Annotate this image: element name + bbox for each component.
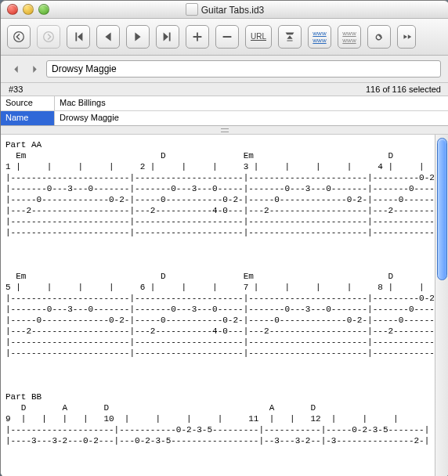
- toolbar: URL wwwwww wwwwww: [1, 19, 448, 56]
- titlebar: Guitar Tabs.id3: [1, 1, 448, 19]
- splitter-handle[interactable]: [1, 126, 448, 135]
- tab-text: Part AA Em D Em D 1 | | | | 2 | | | 3 | …: [1, 135, 435, 448]
- window-title: Guitar Tabs.id3: [1, 3, 448, 16]
- meta-value-source[interactable]: Mac Billings: [55, 96, 448, 110]
- meta-row-name: Name Drowsy Maggie: [1, 110, 448, 125]
- status-bar: #33 116 of 116 selected: [1, 82, 448, 96]
- prev-record-button[interactable]: [96, 25, 120, 49]
- svg-point-0: [14, 32, 24, 42]
- first-record-button[interactable]: [67, 25, 90, 49]
- meta-label-name[interactable]: Name: [1, 111, 55, 125]
- content-area: Part AA Em D Em D 1 | | | | 2 | | | 3 | …: [1, 135, 448, 476]
- last-record-button[interactable]: [156, 25, 179, 49]
- meta-panel: Source Mac Billings Name Drowsy Maggie: [1, 96, 448, 126]
- download-button[interactable]: [278, 25, 302, 49]
- document-icon: [186, 3, 198, 16]
- search-prev-button[interactable]: [9, 62, 23, 76]
- selection-count: 116 of 116 selected: [366, 85, 441, 94]
- svg-point-1: [44, 32, 54, 42]
- search-input[interactable]: [46, 60, 441, 78]
- www-link-button[interactable]: wwwwww: [308, 25, 331, 49]
- link-button[interactable]: [367, 25, 391, 49]
- toolbar-overflow-button[interactable]: [397, 25, 416, 49]
- url-label: URL: [251, 33, 266, 41]
- next-record-button[interactable]: [126, 25, 150, 49]
- remove-button[interactable]: [215, 25, 239, 49]
- window: Guitar Tabs.id3 URL wwwwww wwwwww #33 11…: [0, 0, 448, 476]
- tab-viewer[interactable]: Part AA Em D Em D 1 | | | | 2 | | | 3 | …: [1, 135, 435, 476]
- meta-value-name[interactable]: Drowsy Maggie: [55, 111, 448, 125]
- record-index: #33: [9, 85, 23, 94]
- url-button[interactable]: URL: [245, 25, 272, 49]
- search-row: [1, 56, 448, 82]
- back-button[interactable]: [7, 25, 31, 49]
- scroll-thumb[interactable]: [437, 138, 447, 280]
- window-title-text: Guitar Tabs.id3: [201, 5, 265, 16]
- search-next-button[interactable]: [27, 62, 42, 76]
- add-button[interactable]: [186, 25, 209, 49]
- forward-button[interactable]: [37, 25, 60, 49]
- grip-icon: [221, 128, 229, 132]
- meta-label-source[interactable]: Source: [1, 96, 55, 110]
- meta-row-source: Source Mac Billings: [1, 96, 448, 110]
- vertical-scrollbar[interactable]: [435, 135, 448, 476]
- www-gray-button[interactable]: wwwwww: [338, 25, 361, 49]
